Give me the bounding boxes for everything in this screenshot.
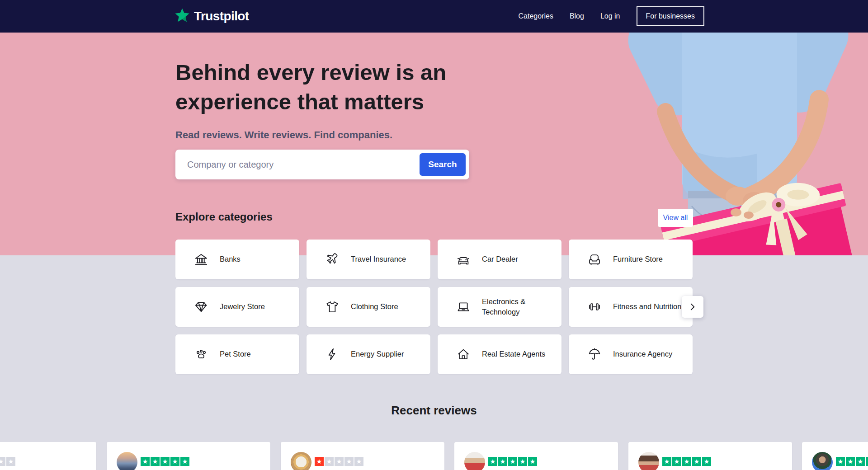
- category-card-energy-supplier[interactable]: Energy Supplier: [307, 334, 430, 374]
- star-icon: ★: [692, 457, 701, 466]
- star-icon: ★: [866, 457, 868, 466]
- review-card[interactable]: ★★★★★: [107, 442, 270, 470]
- house-icon: [457, 348, 470, 361]
- star-icon: ★: [518, 457, 527, 466]
- hero-image-person-with-gift: [615, 33, 868, 255]
- star-icon: ★: [344, 457, 354, 466]
- star-icon: ★: [682, 457, 691, 466]
- star-icon: ★: [846, 457, 855, 466]
- car-icon: [457, 253, 470, 266]
- nav-link-blog[interactable]: Blog: [570, 12, 584, 20]
- nav-link-login[interactable]: Log in: [600, 12, 620, 20]
- lightning-icon: [326, 348, 339, 361]
- category-card-fitness-and-nutrition[interactable]: Fitness and Nutrition: [569, 287, 693, 327]
- star-icon: ★: [141, 457, 150, 466]
- picture-frame-avatar: [291, 452, 311, 470]
- woman-avatar: [638, 452, 659, 470]
- armchair-icon: [588, 253, 601, 266]
- nav-link-categories[interactable]: Categories: [519, 12, 553, 20]
- star-icon: ★: [6, 457, 15, 466]
- review-card[interactable]: ★★★★★: [802, 442, 868, 470]
- star-icon: ★: [315, 457, 324, 466]
- next-categories-button[interactable]: [682, 296, 703, 318]
- star-icon: ★: [662, 457, 671, 466]
- trustpilot-homepage: Trustpilot Categories Blog Log in For bu…: [0, 0, 868, 470]
- category-label: Jewelry Store: [220, 301, 293, 312]
- umbrella-icon: [588, 348, 601, 361]
- category-card-furniture-store[interactable]: Furniture Store: [569, 240, 693, 279]
- search-bar: Search: [175, 150, 469, 179]
- category-label: Banks: [220, 254, 293, 264]
- category-label: Car Dealer: [482, 254, 555, 264]
- star-icon: ★: [508, 457, 517, 466]
- top-nav: Trustpilot Categories Blog Log in For bu…: [0, 0, 868, 33]
- brand-name: Trustpilot: [194, 9, 249, 24]
- category-card-real-estate-agents[interactable]: Real Estate Agents: [438, 334, 561, 374]
- hero-subtitle: Read reviews. Write reviews. Find compan…: [175, 129, 392, 141]
- category-grid: BanksTravel InsuranceCar DealerFurniture…: [175, 240, 693, 374]
- star-icon: ★: [836, 457, 845, 466]
- hero-title-line1: Behind every review is an: [175, 58, 446, 87]
- category-label: Fitness and Nutrition: [613, 301, 686, 312]
- star-rating: ★★★★★: [0, 457, 15, 466]
- couple-avatar: [464, 452, 485, 470]
- tshirt-icon: [326, 300, 339, 314]
- category-label: Furniture Store: [613, 254, 686, 264]
- review-card[interactable]: ★★★★★: [281, 442, 444, 470]
- star-icon: ★: [488, 457, 497, 466]
- star-icon: ★: [856, 457, 865, 466]
- star-icon: ★: [151, 457, 160, 466]
- category-label: Electronics & Technology: [482, 296, 555, 317]
- review-card[interactable]: ★★★★★: [454, 442, 618, 470]
- nav-links: Categories Blog Log in For businesses: [519, 6, 705, 26]
- star-rating: ★★★★★: [488, 457, 537, 466]
- category-card-travel-insurance[interactable]: Travel Insurance: [307, 240, 430, 279]
- star-icon: ★: [180, 457, 189, 466]
- star-icon: ★: [702, 457, 711, 466]
- trustpilot-logo[interactable]: Trustpilot: [175, 8, 249, 25]
- category-card-jewelry-store[interactable]: Jewelry Store: [175, 287, 299, 327]
- star-rating: ★★★★★: [141, 457, 189, 466]
- category-label: Insurance Agency: [613, 349, 686, 359]
- man-blue-shirt-avatar: [812, 452, 833, 470]
- plane-icon: [326, 253, 339, 266]
- dumbbell-icon: [588, 300, 601, 314]
- hero-title: Behind every review is an experience tha…: [175, 58, 446, 117]
- view-all-button[interactable]: View all: [658, 209, 693, 227]
- paw-icon: [194, 348, 208, 361]
- category-label: Pet Store: [220, 349, 293, 359]
- star-icon: ★: [170, 457, 179, 466]
- category-card-banks[interactable]: Banks: [175, 240, 299, 279]
- category-card-pet-store[interactable]: Pet Store: [175, 334, 299, 374]
- for-businesses-button[interactable]: For businesses: [637, 6, 705, 26]
- star-icon: ★: [325, 457, 334, 466]
- star-icon: ★: [335, 457, 344, 466]
- nav-inner: Trustpilot Categories Blog Log in For bu…: [175, 0, 704, 33]
- category-label: Travel Insurance: [351, 254, 424, 264]
- star-rating: ★★★★★: [662, 457, 711, 466]
- review-card[interactable]: ★★★★★: [628, 442, 792, 470]
- chevron-right-icon: [688, 302, 697, 311]
- star-icon: ★: [354, 457, 363, 466]
- star-icon: ★: [672, 457, 681, 466]
- star-icon: ★: [498, 457, 507, 466]
- diamond-icon: [194, 300, 208, 314]
- star-icon: ★: [0, 457, 5, 466]
- laptop-icon: [457, 300, 470, 314]
- hero-section: Behind every review is an experience tha…: [0, 33, 868, 255]
- star-rating: ★★★★★: [315, 457, 363, 466]
- search-button[interactable]: Search: [420, 153, 466, 176]
- category-card-car-dealer[interactable]: Car Dealer: [438, 240, 561, 279]
- category-card-electronics-technology[interactable]: Electronics & Technology: [438, 287, 561, 327]
- hero-title-line2: experience that matters: [175, 87, 446, 117]
- category-card-insurance-agency[interactable]: Insurance Agency: [569, 334, 693, 374]
- star-icon: ★: [160, 457, 170, 466]
- category-card-clothing-store[interactable]: Clothing Store: [307, 287, 430, 327]
- category-label: Energy Supplier: [351, 349, 424, 359]
- trustpilot-star-icon: [175, 8, 190, 25]
- explore-categories-heading: Explore categories: [175, 211, 273, 223]
- review-card[interactable]: ★★★★★: [0, 442, 96, 470]
- star-rating: ★★★★★: [836, 457, 868, 466]
- recent-reviews-row: ★★★★★★★★★★★★★★★★★★★★★★★★★★★★★★: [0, 442, 868, 470]
- star-icon: ★: [528, 457, 537, 466]
